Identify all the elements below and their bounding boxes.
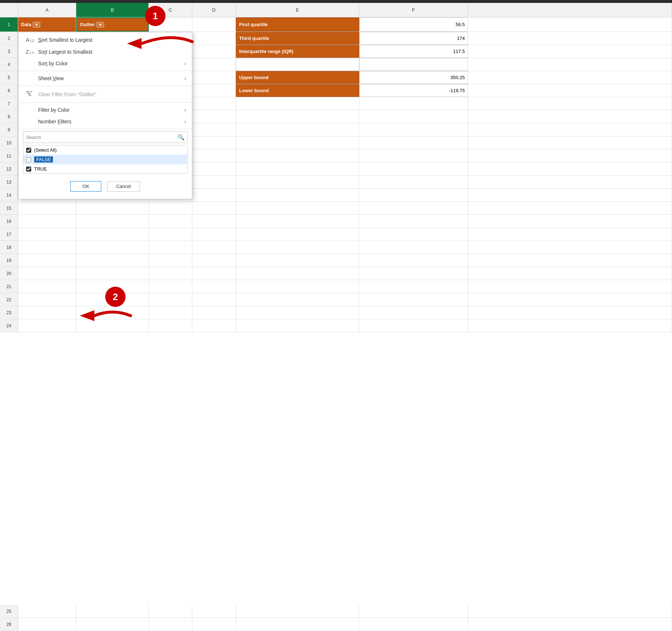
row-num-4: 4 [0, 58, 18, 71]
filter-btn-outlier[interactable]: ▼ [97, 22, 104, 28]
filter-btn-data[interactable]: ▼ [33, 22, 40, 28]
cell-rest-24 [468, 319, 672, 332]
col-header-rest [468, 3, 672, 17]
cell-f15 [359, 202, 468, 214]
filter-dropdown-menu: A↓Z Sort Smallest to Largest Z↓A Sort La… [18, 32, 192, 199]
grid-row-19: 19 [0, 254, 672, 267]
clear-filter-icon [26, 90, 34, 98]
sort-desc-label: Sort Largest to Smallest [38, 49, 92, 55]
col-header-e[interactable]: E [236, 3, 359, 17]
menu-item-sort-color[interactable]: Sort by Color › [19, 58, 192, 69]
cell-d26 [192, 618, 236, 631]
cell-f14 [359, 189, 468, 201]
annotation-circle-2: 2 [105, 287, 126, 307]
cell-f7 [359, 97, 468, 110]
cell-d4 [192, 58, 236, 71]
cell-rest-17 [468, 228, 672, 241]
cell-f3-stat-value: 117.5 [359, 45, 468, 58]
row-num-12: 12 [0, 163, 18, 175]
cell-c21 [149, 280, 192, 293]
row-num-14: 14 [0, 189, 18, 201]
cell-e11 [236, 149, 359, 162]
chevron-right-icon-4: › [184, 119, 186, 124]
search-container: 🔍 [23, 131, 188, 143]
cell-e14 [236, 189, 359, 201]
cell-f8 [359, 110, 468, 123]
cell-f24 [359, 319, 468, 332]
cell-rest-18 [468, 241, 672, 254]
checkbox-false-item[interactable]: FALSE [23, 155, 187, 164]
cell-d14 [192, 189, 236, 201]
cell-rest-6 [468, 84, 672, 97]
dialog-buttons: OK Cancel [19, 175, 192, 197]
filter-color-label: Filter by Color [38, 107, 70, 113]
number-filters-label: Number Filters [38, 119, 71, 124]
cell-rest-20 [468, 267, 672, 280]
cell-rest-2 [468, 32, 672, 45]
cell-b26 [76, 618, 149, 631]
col-header-b[interactable]: B [76, 3, 149, 17]
cell-e10 [236, 136, 359, 149]
search-icon: 🔍 [177, 134, 185, 141]
grid-row-25: 25 [0, 605, 672, 618]
cell-d11 [192, 149, 236, 162]
cell-e12 [236, 163, 359, 175]
cell-c25 [149, 605, 192, 618]
menu-item-filter-color[interactable]: Filter by Color › [19, 104, 192, 116]
cell-a19 [18, 254, 76, 267]
col-header-a[interactable]: A [18, 3, 76, 17]
cell-d18 [192, 241, 236, 254]
cell-b19 [76, 254, 149, 267]
true-value-label: TRUE [34, 166, 47, 172]
cell-a18 [18, 241, 76, 254]
cancel-button[interactable]: Cancel [107, 181, 140, 192]
cell-f23 [359, 306, 468, 319]
checkbox-select-all-input[interactable] [26, 148, 31, 153]
sheet-view-label: Sheet View [38, 75, 64, 81]
cell-a1: Data ▼ [18, 17, 76, 32]
row-num-23: 23 [0, 306, 18, 319]
cell-rest-22 [468, 293, 672, 306]
menu-item-sheet-view[interactable]: Sheet View › [19, 73, 192, 84]
cell-rest-25 [468, 605, 672, 618]
row-num-19: 19 [0, 254, 18, 267]
cell-d24 [192, 319, 236, 332]
cell-c26 [149, 618, 192, 631]
cell-d13 [192, 176, 236, 188]
ok-button[interactable]: OK [70, 181, 101, 192]
checkbox-false-input[interactable] [26, 157, 31, 162]
checkbox-true-input[interactable] [26, 167, 31, 172]
cell-d21 [192, 280, 236, 293]
row-num-20: 20 [0, 267, 18, 280]
row-num-2: 2 [0, 32, 18, 45]
cell-e3-stat-label: Interquartile range (IQR) [236, 45, 359, 58]
row-num-10: 10 [0, 136, 18, 149]
cell-f2-stat-value: 174 [359, 32, 468, 45]
menu-item-number-filters[interactable]: Number Filters › [19, 116, 192, 127]
cell-b25 [76, 605, 149, 618]
cell-c23 [149, 306, 192, 319]
cell-d9 [192, 123, 236, 136]
cell-rest-15 [468, 202, 672, 214]
cell-e7 [236, 97, 359, 110]
checkbox-true-item[interactable]: TRUE [23, 164, 187, 173]
cell-c19 [149, 254, 192, 267]
cell-e1-stat-label: First quartile [236, 17, 359, 32]
cell-e26 [236, 618, 359, 631]
annotation-arrow-1 [112, 29, 200, 56]
col-header-d[interactable]: D [192, 3, 236, 17]
cell-e17 [236, 228, 359, 241]
cell-a26 [18, 618, 76, 631]
checkbox-select-all[interactable]: (Select All) [23, 146, 187, 155]
search-input[interactable] [23, 131, 188, 143]
cell-rest-3 [468, 45, 672, 58]
cell-rest-5 [468, 71, 672, 84]
cell-e13 [236, 176, 359, 188]
row-num-25: 25 [0, 605, 18, 618]
cell-f6-stat-value: -119.75 [359, 84, 468, 97]
cell-f19 [359, 254, 468, 267]
cell-c24 [149, 319, 192, 332]
select-all-label: (Select All) [34, 147, 57, 153]
col-header-f[interactable]: F [359, 3, 468, 17]
grid-row-15: 15 [0, 202, 672, 215]
